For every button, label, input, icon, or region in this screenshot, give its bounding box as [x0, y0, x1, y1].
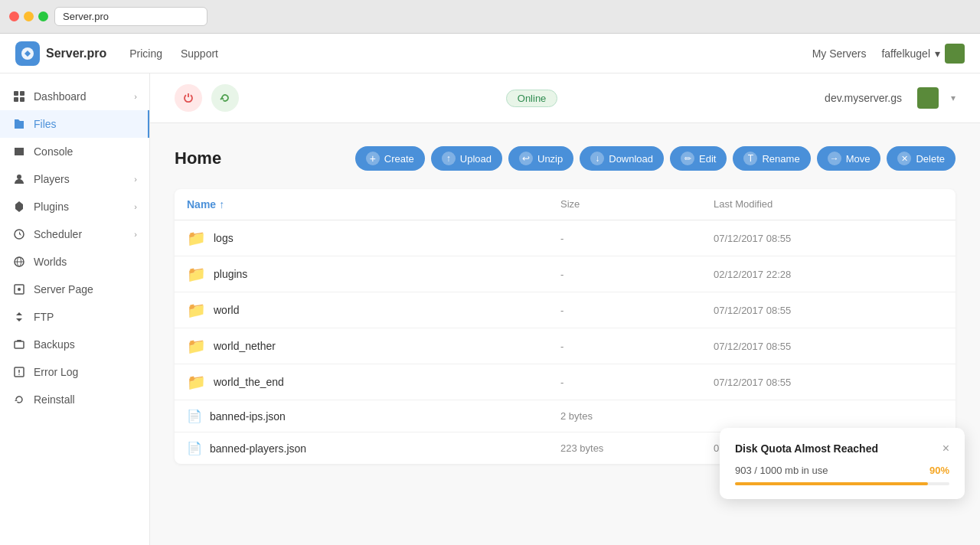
ftp-icon [12, 310, 26, 324]
nav-pricing[interactable]: Pricing [129, 47, 162, 60]
sidebar-item-reinstall[interactable]: Reinstall [0, 386, 149, 413]
toast-title: Disk Quota Almost Reached [735, 442, 878, 455]
sidebar-item-backups[interactable]: Backups [0, 331, 149, 358]
svg-rect-2 [20, 91, 24, 96]
file-icon: 📄 [187, 409, 202, 423]
plugins-label: Plugins [34, 201, 69, 213]
logo-text: Server.pro [46, 47, 106, 60]
file-table: Name ↑ Size Last Modified 📁 logs - 07/12… [175, 189, 956, 464]
unzip-button[interactable]: ↩ Unzip [508, 146, 573, 171]
table-row[interactable]: 📁 world - 07/12/2017 08:55 [175, 292, 956, 328]
create-button[interactable]: + Create [355, 146, 425, 171]
minimize-button[interactable] [24, 11, 34, 21]
close-button[interactable] [9, 11, 19, 21]
file-size: - [560, 269, 714, 280]
file-size: 223 bytes [560, 442, 714, 454]
titlebar [0, 0, 980, 34]
folder-icon: 📁 [187, 337, 206, 355]
address-bar[interactable] [54, 7, 207, 26]
players-label: Players [34, 173, 70, 185]
logo-icon [15, 41, 40, 66]
user-name: faffelkugel [881, 47, 930, 60]
file-name: logs [214, 232, 234, 244]
sidebar-item-files[interactable]: Files [0, 110, 149, 138]
nav-support[interactable]: Support [181, 47, 218, 60]
my-servers-link[interactable]: My Servers [812, 47, 867, 60]
file-size: 2 bytes [560, 410, 714, 422]
folder-icon: 📁 [187, 301, 206, 319]
file-name-cell: 📄 banned-ips.json [187, 409, 560, 423]
col-name-header[interactable]: Name ↑ [187, 198, 560, 210]
user-menu[interactable]: faffelkugel ▾ [881, 44, 965, 64]
restart-button[interactable] [211, 84, 239, 112]
file-name-cell: 📁 world_the_end [187, 373, 560, 391]
table-row[interactable]: 📁 plugins - 02/12/2017 22:28 [175, 256, 956, 292]
ftp-label: FTP [34, 311, 54, 323]
sidebar-item-console[interactable]: Console [0, 138, 149, 165]
toast-close-button[interactable]: × [942, 442, 949, 455]
maximize-button[interactable] [38, 11, 48, 21]
file-date: 07/12/2017 08:55 [714, 305, 943, 316]
file-name: world_nether [214, 340, 276, 352]
svg-point-15 [18, 374, 20, 375]
toast-info: 903 / 1000 mb in use 90% [735, 465, 949, 476]
server-address: dev.myserver.gs [825, 92, 902, 104]
logo[interactable]: Server.pro [15, 41, 106, 66]
move-icon: → [828, 152, 841, 165]
file-name: world_the_end [214, 376, 284, 388]
power-button[interactable] [175, 84, 202, 112]
file-icon: 📄 [187, 441, 202, 455]
file-name: banned-ips.json [210, 410, 286, 423]
table-row[interactable]: 📁 world_the_end - 07/12/2017 08:55 [175, 364, 956, 400]
delete-button[interactable]: ✕ Delete [887, 146, 956, 171]
file-date: 07/12/2017 08:55 [714, 233, 943, 244]
files-label: Files [34, 118, 57, 130]
user-avatar [945, 44, 965, 64]
upload-button[interactable]: ↑ Upload [431, 146, 502, 171]
rename-button[interactable]: T Rename [733, 146, 810, 171]
console-label: Console [34, 145, 73, 158]
file-name-cell: 📁 plugins [187, 265, 560, 283]
file-size: - [560, 377, 714, 388]
folder-icon: 📁 [187, 265, 206, 283]
sidebar-item-plugins[interactable]: Plugins › [0, 193, 149, 220]
console-icon [12, 145, 26, 158]
files-icon [12, 117, 26, 131]
unzip-icon: ↩ [519, 152, 533, 165]
sidebar-item-players[interactable]: Players › [0, 165, 149, 193]
table-row[interactable]: 📁 world_nether - 07/12/2017 08:55 [175, 328, 956, 364]
file-name: banned-players.json [210, 442, 306, 455]
worlds-icon [12, 255, 26, 269]
plus-icon: + [366, 152, 380, 165]
error-log-label: Error Log [34, 366, 78, 378]
col-size-header: Size [560, 198, 714, 210]
toast-progress-fill [735, 482, 928, 485]
sidebar-item-scheduler[interactable]: Scheduler › [0, 220, 149, 248]
scheduler-icon [12, 227, 26, 241]
players-icon [12, 172, 26, 186]
move-button[interactable]: → Move [817, 146, 881, 171]
table-row[interactable]: 📁 logs - 07/12/2017 08:55 [175, 220, 956, 256]
reinstall-label: Reinstall [34, 393, 75, 406]
file-size: - [560, 305, 714, 316]
sidebar-item-server-page[interactable]: Server Page [0, 276, 149, 303]
sidebar-item-dashboard[interactable]: Dashboard › [0, 83, 149, 110]
nav-right: My Servers faffelkugel ▾ [812, 44, 965, 64]
fm-header: Home + Create ↑ Upload ↩ Unzip [175, 146, 956, 171]
chevron-right-icon: › [134, 175, 137, 184]
file-date: 02/12/2017 22:28 [714, 269, 943, 280]
status-badge: Online [506, 90, 558, 107]
fm-actions: + Create ↑ Upload ↩ Unzip ↓ Download [355, 146, 956, 171]
file-size: - [560, 233, 714, 244]
download-button[interactable]: ↓ Download [580, 146, 664, 171]
sidebar-item-worlds[interactable]: Worlds [0, 248, 149, 276]
edit-button[interactable]: ✏ Edit [670, 146, 727, 171]
sidebar-item-ftp[interactable]: FTP [0, 303, 149, 331]
sidebar-item-error-log[interactable]: Error Log [0, 358, 149, 386]
svg-rect-12 [15, 341, 24, 348]
edit-icon: ✏ [681, 152, 694, 165]
toast-header: Disk Quota Almost Reached × [735, 442, 949, 455]
svg-rect-4 [20, 97, 24, 102]
backups-icon [12, 338, 26, 351]
toast-progress-bg [735, 482, 949, 485]
